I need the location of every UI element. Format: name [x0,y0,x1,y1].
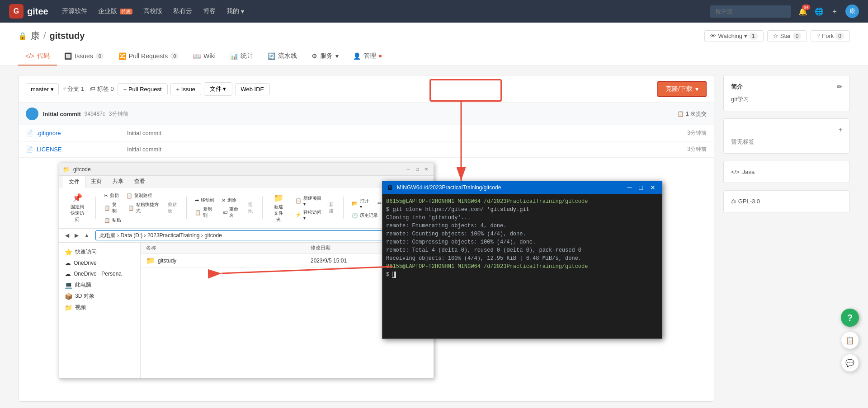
file-name-gitstudy: 📁 gitstudy [146,256,311,265]
nav-arrows: ◀ ▶ ▲ [63,231,92,239]
ribbon-tab-share[interactable]: 共享 [107,176,129,188]
maximize-btn[interactable]: □ [414,166,421,173]
file-date-gitstudy: 2023/9/5 15:01 [311,258,383,264]
watching-button[interactable]: 👁 Watching ▾ 1 [704,30,763,42]
ribbon-copy-btn[interactable]: 📋复制 [101,201,123,215]
address-input[interactable] [95,230,430,240]
file-license[interactable]: LICENSE [37,146,127,153]
explorer-ribbon: 文件 主页 共享 查看 📌 固定到快速访问 ✂剪切 📋复制路径 [59,176,434,229]
terminal-icon: 🖥 [387,184,393,191]
ribbon-rename-btn[interactable]: 🏷重命名 [220,205,245,220]
ribbon-newfolder-btn[interactable]: 📁 新建文件夹 [268,191,289,225]
repo-name[interactable]: gitstudy [50,31,85,41]
ribbon-move-btn[interactable]: ➡移动到 [192,196,217,204]
ribbon-paste-btn[interactable]: 📋粘贴 [101,216,164,224]
globe-icon[interactable]: 🌐 [815,7,824,16]
nav-private-cloud[interactable]: 私有云 [173,7,192,15]
ribbon-sep-1 [95,197,96,219]
pull-request-btn[interactable]: + Pull Request [118,83,168,95]
logo[interactable]: G gitee [9,4,48,19]
sidebar-item-quickaccess[interactable]: ⭐ 快速访问 [59,246,140,258]
tab-issues[interactable]: 🔲 Issues 0 [57,48,111,65]
ribbon-tabs: 文件 主页 共享 查看 [59,176,434,188]
clone-download-btn[interactable]: 克隆/下载 ▾ [657,81,707,97]
sidebar-item-onedrive[interactable]: ☁ OneDrive [59,258,140,268]
repo-description: git学习 [731,95,842,103]
ribbon-tab-file[interactable]: 文件 [63,176,85,188]
file-btn[interactable]: 文件 ▾ [204,82,232,96]
commit-row: Initial commit 949487c 3分钟前 📋 1 次提交 [19,103,714,125]
issue-btn[interactable]: + Issue [170,83,201,95]
fork-count: 0 [835,33,844,40]
webide-btn[interactable]: Web IDE [235,83,270,95]
floating-action-btn[interactable]: 📋 [841,331,859,349]
commit-message[interactable]: Initial commit [43,111,81,117]
nav-enterprise[interactable]: 企业版 特惠 [98,7,132,15]
repo-actions: 👁 Watching ▾ 1 ☆ Star 0 ⑂ Fork 0 [704,30,850,42]
col-date: 修改日期 [311,244,383,251]
floating-help-btn[interactable]: ? [841,309,859,327]
ribbon-easy-access-btn[interactable]: ⚡轻松访问▾ [292,208,325,221]
up-btn[interactable]: ▲ [82,231,92,239]
sidebar-item-videos[interactable]: 📁 视频 [59,302,140,313]
tab-services[interactable]: ⚙ 服务 ▾ [304,47,346,66]
ribbon-new-item-btn[interactable]: 📋新建项目▾ [292,194,325,207]
nav-mine[interactable]: 我的 ▾ [226,7,244,15]
nav-blog[interactable]: 博客 [203,7,216,15]
ribbon-tab-home[interactable]: 主页 [85,176,107,188]
floating-chat-btn[interactable]: 💬 [841,354,859,372]
search-input[interactable] [710,5,791,18]
edit-intro-icon[interactable]: ✏ [837,83,842,90]
ribbon-open-btn[interactable]: 📂打开▾ [349,196,373,211]
star-count: 0 [793,33,802,40]
fork-button[interactable]: ⑂ Fork 0 [811,30,850,42]
terminal-maximize-btn[interactable]: □ [637,184,645,191]
nav-opensource[interactable]: 开源软件 [62,7,87,15]
star-button[interactable]: ☆ Star 0 [767,30,807,42]
add-tag-icon[interactable]: + [839,126,842,133]
sidebar-item-3dobjects[interactable]: 📦 3D 对象 [59,291,140,302]
tab-code[interactable]: </> 代码 [18,47,57,66]
ribbon-pin-btn[interactable]: 📌 固定到快速访问 [65,191,90,225]
ribbon-tab-view[interactable]: 查看 [129,176,151,188]
ribbon-copy-path-btn[interactable]: 📋复制路径 [123,192,155,200]
terminal-line-8: Receiving objects: 100% (4/4), 12.95 KiB… [386,254,658,263]
tab-admin[interactable]: 👤 管理 [346,47,389,66]
terminal-body[interactable]: 86155@LAPTOP-T2HONHN1 MINGW64 /d/2023Pra… [382,194,662,338]
minimize-btn[interactable]: ─ [405,166,412,173]
committer-avatar [26,108,38,120]
sidebar-language: </> Java [731,169,842,175]
commit-time: 3分钟前 [109,110,128,118]
nav-university[interactable]: 高校版 [143,7,162,15]
ribbon-paste-shortcut-btn[interactable]: 📋粘贴快捷方式 [125,201,164,215]
back-btn[interactable]: ◀ [63,231,71,239]
tab-stats[interactable]: 📊 统计 [223,47,260,66]
ribbon-delete-btn[interactable]: ✕删除 [219,196,239,204]
ribbon-history-btn[interactable]: 🕐历史记录 [349,211,381,220]
tab-pipeline[interactable]: 🔄 流水线 [260,47,304,66]
close-btn[interactable]: ✕ [423,166,430,173]
file-gitignore[interactable]: .gitignore [37,130,127,136]
add-btn[interactable]: ＋ [831,7,838,16]
user-avatar[interactable]: 康 [845,5,859,18]
action-btns: + Pull Request + Issue 文件 ▾ Web IDE [118,82,270,96]
tab-wiki[interactable]: 📖 Wiki [186,48,222,65]
ribbon-sep-4 [343,197,344,219]
ribbon-copy-to-btn[interactable]: 📋复制到 [192,205,218,220]
sidebar-item-onedrive-personal[interactable]: ☁ OneDrive - Persona [59,268,140,279]
logo-text: gitee [27,6,48,17]
ribbon-content: 📌 固定到快速访问 ✂剪切 📋复制路径 📋复制 [59,188,434,228]
terminal-close-btn[interactable]: ✕ [648,184,657,191]
forward-btn[interactable]: ▶ [72,231,81,239]
notification-btn[interactable]: 🔔 84 [798,7,807,16]
sidebar-item-thispc[interactable]: 💻 此电脑 [59,279,140,291]
terminal-window: 🖥 MINGW64:/d/2023PracticalTraining/gitco… [382,181,662,339]
3d-icon: 📦 [65,293,72,300]
branch-selector[interactable]: master ▾ [26,83,59,95]
tab-pull-requests[interactable]: 🔀 Pull Requests 0 [111,48,186,65]
terminal-line-7: remote: Total 4 (delta 0), reused 0 (del… [386,246,658,254]
terminal-line-4: remote: Enumerating objects: 4, done. [386,222,658,230]
ribbon-cut-btn[interactable]: ✂剪切 [101,192,122,200]
terminal-minimize-btn[interactable]: ─ [626,184,634,191]
repo-separator: / [43,31,46,41]
